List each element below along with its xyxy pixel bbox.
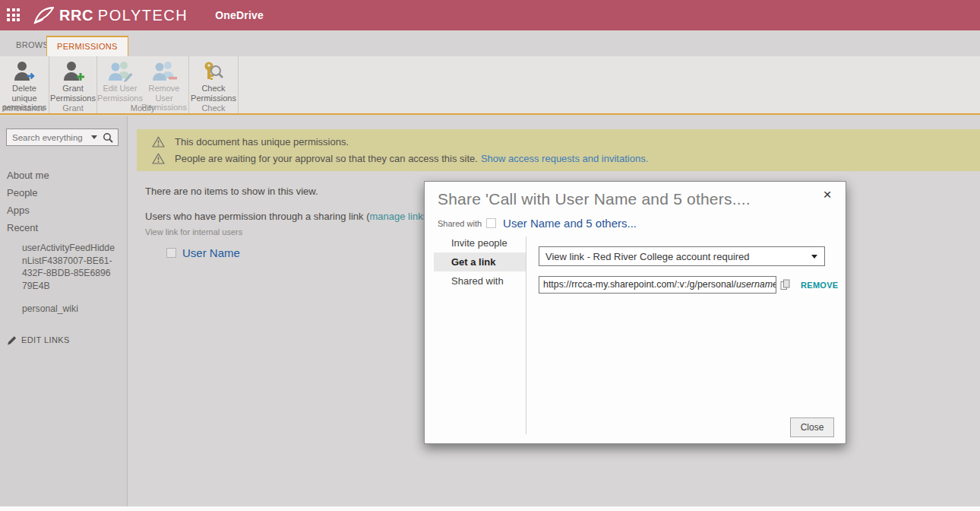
share-link-url: https://rrcca-my.sharepoint.com/:v:/g/pe…	[543, 279, 736, 290]
search-input[interactable]	[7, 133, 90, 142]
remove-link-button[interactable]: REMOVE	[801, 281, 838, 290]
copy-icon[interactable]	[780, 279, 790, 290]
grant-permissions-button[interactable]: Grant Permissions	[51, 58, 95, 103]
shared-with-checkbox[interactable]	[486, 218, 496, 228]
user-name-link[interactable]: User Name	[182, 246, 240, 259]
sidebar-nav: About me People Apps Recent	[0, 167, 127, 236]
group-label-grant: Grant	[49, 103, 96, 113]
group-label-inheritance: Inheritance	[0, 103, 49, 113]
close-icon[interactable]: ×	[819, 186, 836, 203]
chevron-down-icon	[811, 255, 817, 259]
share-dialog: Share 'Call with User Name and 5 others.…	[424, 181, 846, 444]
sharepoint-permissions-page: RRC POLYTECH OneDrive BROWSE PERMISSIONS…	[0, 0, 980, 511]
dialog-nav-invite-people[interactable]: Invite people	[434, 233, 526, 252]
link-type-selected-value: View link - Red River College account re…	[539, 251, 811, 262]
group-label-modify: Modify	[97, 103, 188, 113]
status-text: People are waiting for your approval so …	[175, 153, 478, 164]
person-plus-icon	[60, 59, 86, 84]
ribbon: Delete unique permissions Inheritance Gr…	[0, 56, 980, 115]
rrc-leaf-icon	[33, 6, 55, 24]
sidebar-heading-recent: Recent	[0, 219, 127, 236]
status-message: This document has unique permissions.	[137, 133, 980, 150]
warning-icon	[152, 153, 165, 164]
share-link-input[interactable]: https://rrcca-my.sharepoint.com/:v:/g/pe…	[539, 276, 776, 294]
manage-links-link[interactable]: manage links	[370, 211, 428, 222]
dialog-title: Share 'Call with User Name and 5 others.…	[438, 190, 751, 208]
brand-logo: RRC POLYTECH	[33, 6, 188, 24]
dialog-close-button[interactable]: Close	[790, 417, 834, 437]
dialog-nav: Invite people Get a link Shared with	[434, 233, 526, 290]
dialog-nav-shared-with[interactable]: Shared with	[434, 271, 526, 290]
show-access-requests-link[interactable]: Show access requests and invitations.	[481, 153, 648, 164]
share-link-row: https://rrcca-my.sharepoint.com/:v:/g/pe…	[539, 276, 838, 294]
button-label: Check Permissions	[191, 84, 236, 103]
shared-with-row: Shared with User Name and 5 others...	[438, 217, 637, 230]
ribbon-group-modify: Edit User Permissions Remove User Permis…	[97, 56, 189, 113]
person-arrow-icon	[11, 59, 37, 84]
warning-icon	[152, 136, 165, 148]
shared-with-users-link[interactable]: User Name and 5 others...	[503, 217, 637, 230]
group-label-check: Check	[189, 103, 238, 113]
sidebar-item-people[interactable]: People	[0, 184, 127, 202]
button-label: Grant Permissions	[50, 84, 96, 103]
dialog-divider	[526, 236, 526, 434]
people-edit-icon	[106, 59, 134, 84]
people-remove-icon	[150, 59, 178, 84]
status-message: People are waiting for your approval so …	[137, 150, 980, 167]
check-permissions-button[interactable]: Check Permissions	[191, 58, 236, 103]
tab-permissions[interactable]: PERMISSIONS	[46, 36, 128, 56]
sidebar-recent-item[interactable]: userActivityFeedHiddenListF4387007-BE61-…	[22, 242, 115, 292]
ribbon-group-grant: Grant Permissions Grant	[49, 56, 97, 113]
suite-bar: RRC POLYTECH OneDrive	[0, 0, 980, 30]
sidebar-item-apps[interactable]: Apps	[0, 202, 127, 219]
sidebar-recent-item[interactable]: personal_wiki	[22, 303, 115, 316]
app-launcher-icon[interactable]	[7, 8, 21, 22]
edit-links-label: EDIT LINKS	[21, 335, 70, 344]
button-label: Edit User Permissions	[97, 84, 143, 103]
link-type-dropdown[interactable]: View link - Red River College account re…	[539, 246, 825, 266]
shared-with-label: Shared with	[438, 219, 482, 228]
search-scope-dropdown-icon[interactable]	[91, 135, 97, 139]
onedrive-app-title[interactable]: OneDrive	[215, 9, 264, 21]
share-link-url-suffix: username@	[736, 279, 776, 290]
edit-user-permissions-button: Edit User Permissions	[99, 58, 141, 103]
dialog-nav-get-a-link[interactable]: Get a link	[434, 252, 526, 271]
sidebar-item-about-me[interactable]: About me	[0, 167, 127, 184]
search-icon[interactable]	[103, 132, 113, 143]
status-text: This document has unique permissions.	[175, 136, 349, 148]
pencil-icon	[7, 335, 17, 345]
edit-links-button[interactable]: EDIT LINKS	[7, 335, 127, 345]
search-box	[6, 129, 119, 146]
ribbon-group-inheritance: Delete unique permissions Inheritance	[0, 56, 49, 113]
status-bar: This document has unique permissions. Pe…	[137, 129, 980, 171]
ribbon-group-check: Check Permissions Check	[189, 56, 239, 113]
brand-name-secondary: POLYTECH	[98, 7, 188, 24]
key-magnifier-icon	[201, 59, 226, 84]
left-sidebar: About me People Apps Recent userActivity…	[0, 116, 128, 511]
user-row-checkbox[interactable]	[166, 248, 176, 258]
brand-name-primary: RRC	[59, 7, 93, 24]
ribbon-tab-strip: BROWSE PERMISSIONS	[0, 30, 980, 56]
sharing-text: Users who have permission through a shar…	[145, 211, 370, 222]
page-bottom-strip	[0, 506, 980, 511]
